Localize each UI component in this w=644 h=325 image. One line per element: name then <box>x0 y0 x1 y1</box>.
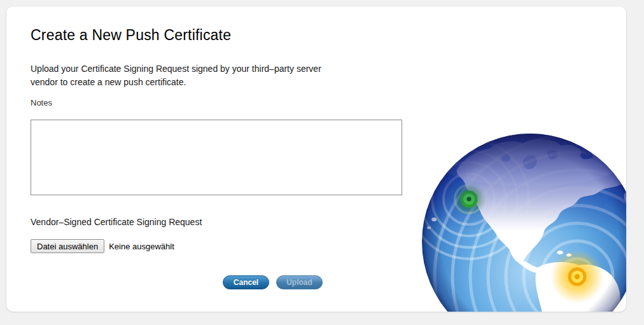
upload-button[interactable]: Upload <box>276 275 323 289</box>
arctic-waterways <box>501 149 557 169</box>
green-ripples <box>409 139 529 259</box>
description-text: Upload your Certificate Signing Request … <box>31 62 374 89</box>
choose-file-button[interactable]: Datei auswählen <box>31 239 104 253</box>
description-line-2: vendor to create a new push certificate. <box>31 77 186 87</box>
yellow-ripples <box>435 134 626 312</box>
vendor-csr-label: Vendor–Signed Certificate Signing Reques… <box>31 217 202 227</box>
yellow-beacon <box>550 250 604 303</box>
globe-illustration <box>401 118 626 312</box>
notes-label: Notes <box>31 98 52 107</box>
file-input-group: Datei auswählen Keine ausgewählt <box>31 239 174 253</box>
green-beacon <box>452 182 486 216</box>
continents <box>427 139 626 312</box>
create-push-certificate-panel: Create a New Push Certificate Upload you… <box>6 6 626 312</box>
file-status-text: Keine ausgewählt <box>109 242 174 251</box>
cancel-button[interactable]: Cancel <box>223 275 269 289</box>
page-title: Create a New Push Certificate <box>31 27 231 44</box>
page-background: { "title": "Create a New Push Certificat… <box>0 0 644 325</box>
description-line-1: Upload your Certificate Signing Request … <box>31 64 321 74</box>
notes-textarea[interactable] <box>31 120 402 195</box>
